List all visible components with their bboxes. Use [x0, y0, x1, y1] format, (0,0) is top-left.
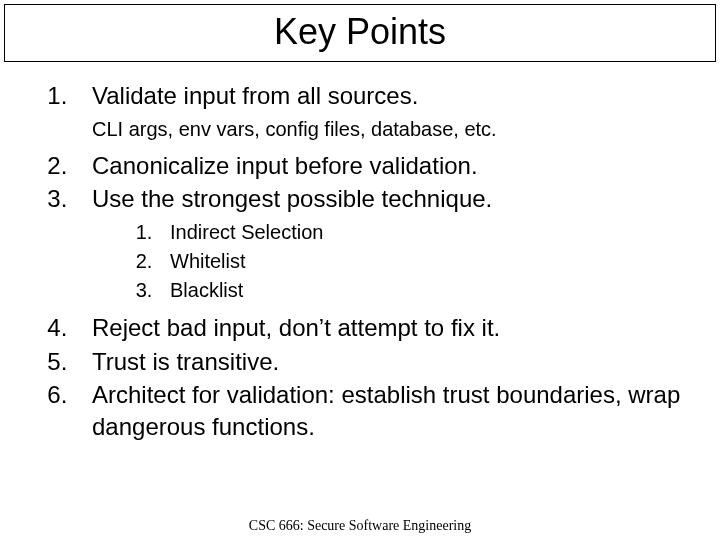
point-3-sub-2: Whitelist — [158, 248, 692, 275]
point-1: Validate input from all sources. — [74, 80, 692, 112]
point-1-desc: CLI args, env vars, config files, databa… — [92, 116, 692, 142]
slide-title: Key Points — [5, 11, 715, 53]
slide-footer: CSC 666: Secure Software Engineering — [0, 518, 720, 534]
point-3-sub-1: Indirect Selection — [158, 219, 692, 246]
slide-content: Validate input from all sources. CLI arg… — [0, 62, 720, 443]
point-6: Architect for validation: establish trus… — [74, 379, 692, 442]
point-5: Trust is transitive. — [74, 346, 692, 378]
main-list-cont-a: Canonicalize input before validation. Us… — [28, 150, 692, 215]
point-4: Reject bad input, don’t attempt to fix i… — [74, 312, 692, 344]
point-3: Use the strongest possible technique. — [74, 183, 692, 215]
point-3-sub-3: Blacklist — [158, 277, 692, 304]
point-3-sublist: Indirect Selection Whitelist Blacklist — [132, 219, 692, 304]
title-box: Key Points — [4, 4, 716, 62]
point-2: Canonicalize input before validation. — [74, 150, 692, 182]
main-list: Validate input from all sources. — [28, 80, 692, 112]
main-list-cont-b: Reject bad input, don’t attempt to fix i… — [28, 312, 692, 443]
